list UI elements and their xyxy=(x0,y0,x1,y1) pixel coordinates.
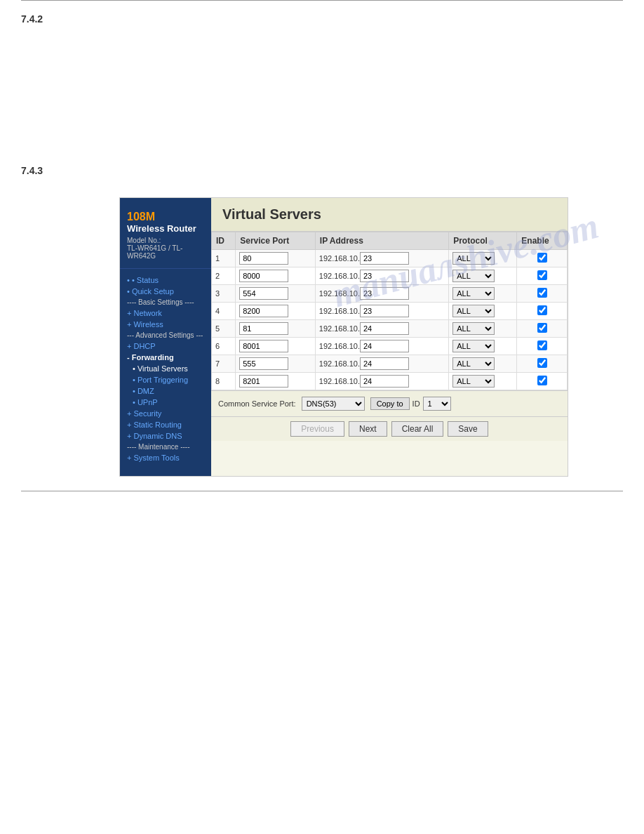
protocol-select-1[interactable]: ALLTCPUDP xyxy=(452,252,495,265)
protocol-select-7[interactable]: ALLTCPUDP xyxy=(452,357,495,370)
row-id-7: 7 xyxy=(212,355,236,373)
ip-prefix-4: 192.168.10. xyxy=(319,307,360,315)
next-button[interactable]: Next xyxy=(349,421,387,437)
service-port-input-2[interactable] xyxy=(239,270,288,282)
id-label: ID xyxy=(412,399,420,408)
service-port-input-5[interactable] xyxy=(239,322,288,335)
sidebar-item-forwarding[interactable]: - Forwarding xyxy=(120,352,211,363)
save-button[interactable]: Save xyxy=(448,421,488,437)
col-header-ip-address: IP Address xyxy=(315,232,448,250)
col-header-enable: Enable xyxy=(517,232,568,250)
main-title: Virtual Servers xyxy=(211,198,568,232)
copy-to-button[interactable]: Copy to xyxy=(370,397,410,410)
sidebar-item-quicksetup[interactable]: • Quick Setup xyxy=(120,286,211,297)
enable-checkbox-1[interactable] xyxy=(537,253,547,263)
row-protocol-5: ALLTCPUDP xyxy=(449,320,517,338)
col-header-service-port: Service Port xyxy=(236,232,316,250)
section-743: 7.4.3 manuалshive.com 108M Wireless Rout… xyxy=(0,25,644,477)
protocol-select-3[interactable]: ALLTCPUDP xyxy=(452,287,495,300)
row-protocol-7: ALLTCPUDP xyxy=(449,355,517,373)
ip-suffix-input-2[interactable] xyxy=(360,270,409,282)
enable-checkbox-6[interactable] xyxy=(537,340,547,350)
enable-checkbox-7[interactable] xyxy=(537,358,547,368)
sidebar-item-dynamic-dns[interactable]: + Dynamic DNS xyxy=(120,430,211,442)
ip-suffix-input-1[interactable] xyxy=(360,252,409,265)
table-row: 5192.168.10.ALLTCPUDP xyxy=(212,320,568,338)
id-select[interactable]: 1 2 3 4 5 6 7 8 xyxy=(423,397,451,411)
service-port-input-3[interactable] xyxy=(239,287,288,300)
enable-checkbox-5[interactable] xyxy=(537,323,547,333)
row-service-port-2 xyxy=(236,267,316,285)
virtual-servers-table: ID Service Port IP Address Protocol Enab… xyxy=(211,232,568,390)
service-port-input-7[interactable] xyxy=(239,357,288,370)
row-ip-3: 192.168.10. xyxy=(315,285,448,303)
row-enable-6 xyxy=(517,338,568,355)
service-port-input-1[interactable] xyxy=(239,252,288,265)
common-service-select[interactable]: DNS(53) HTTP(80) FTP(21) SMTP(25) POP3(1… xyxy=(302,397,365,411)
row-protocol-6: ALLTCPUDP xyxy=(449,338,517,355)
row-service-port-6 xyxy=(236,338,316,355)
logo-108m: 108M xyxy=(127,211,204,223)
row-service-port-3 xyxy=(236,285,316,303)
sidebar-item-static-routing[interactable]: + Static Routing xyxy=(120,419,211,430)
row-id-1: 1 xyxy=(212,250,236,267)
sidebar-item-dhcp[interactable]: + DHCP xyxy=(120,340,211,352)
protocol-select-2[interactable]: ALLTCPUDP xyxy=(452,270,495,282)
row-id-2: 2 xyxy=(212,267,236,285)
sidebar-item-security[interactable]: + Security xyxy=(120,408,211,419)
row-enable-1 xyxy=(517,250,568,267)
row-enable-4 xyxy=(517,303,568,320)
row-ip-6: 192.168.10. xyxy=(315,338,448,355)
sidebar-item-dmz[interactable]: • DMZ xyxy=(120,385,211,397)
enable-checkbox-3[interactable] xyxy=(537,288,547,298)
row-enable-5 xyxy=(517,320,568,338)
section-743-label: 7.4.3 xyxy=(21,165,43,176)
service-port-input-4[interactable] xyxy=(239,305,288,317)
enable-checkbox-4[interactable] xyxy=(537,305,547,315)
service-port-input-6[interactable] xyxy=(239,340,288,352)
service-port-input-8[interactable] xyxy=(239,375,288,388)
sidebar-item-system-tools[interactable]: + System Tools xyxy=(120,452,211,463)
row-id-4: 4 xyxy=(212,303,236,320)
clear-all-button[interactable]: Clear All xyxy=(391,421,444,437)
sidebar-item-network[interactable]: + Network xyxy=(120,307,211,319)
row-service-port-1 xyxy=(236,250,316,267)
action-buttons: Previous Next Clear All Save xyxy=(211,416,568,441)
enable-checkbox-8[interactable] xyxy=(537,376,547,385)
table-row: 2192.168.10.ALLTCPUDP xyxy=(212,267,568,285)
protocol-select-4[interactable]: ALLTCPUDP xyxy=(452,305,495,317)
protocol-select-5[interactable]: ALLTCPUDP xyxy=(452,322,495,335)
row-ip-4: 192.168.10. xyxy=(315,303,448,320)
sidebar-item-port-triggering[interactable]: • Port Triggering xyxy=(120,374,211,385)
table-row: 6192.168.10.ALLTCPUDP xyxy=(212,338,568,355)
sidebar-item-status[interactable]: • • Status xyxy=(120,274,211,286)
sidebar-item-upnp[interactable]: • UPnP xyxy=(120,397,211,408)
row-protocol-1: ALLTCPUDP xyxy=(449,250,517,267)
table-row: 7192.168.10.ALLTCPUDP xyxy=(212,355,568,373)
sidebar-item-wireless[interactable]: + Wireless xyxy=(120,319,211,330)
row-service-port-8 xyxy=(236,373,316,390)
row-id-3: 3 xyxy=(212,285,236,303)
ip-prefix-8: 192.168.10. xyxy=(319,377,360,385)
ip-prefix-6: 192.168.10. xyxy=(319,342,360,350)
ip-suffix-input-4[interactable] xyxy=(360,305,409,317)
ip-prefix-3: 192.168.10. xyxy=(319,289,360,298)
row-protocol-8: ALLTCPUDP xyxy=(449,373,517,390)
bottom-divider xyxy=(21,491,623,491)
ip-suffix-input-6[interactable] xyxy=(360,340,409,352)
ip-suffix-input-7[interactable] xyxy=(360,357,409,370)
row-enable-8 xyxy=(517,373,568,390)
ip-suffix-input-8[interactable] xyxy=(360,375,409,388)
protocol-select-6[interactable]: ALLTCPUDP xyxy=(452,340,495,352)
row-ip-8: 192.168.10. xyxy=(315,373,448,390)
col-header-protocol: Protocol xyxy=(449,232,517,250)
row-enable-3 xyxy=(517,285,568,303)
previous-button[interactable]: Previous xyxy=(290,421,344,437)
enable-checkbox-2[interactable] xyxy=(537,270,547,280)
ip-suffix-input-3[interactable] xyxy=(360,287,409,300)
ip-suffix-input-5[interactable] xyxy=(360,322,409,335)
protocol-select-8[interactable]: ALLTCPUDP xyxy=(452,375,495,388)
row-service-port-4 xyxy=(236,303,316,320)
sidebar-item-virtual-servers[interactable]: • Virtual Servers xyxy=(120,363,211,374)
main-content: Virtual Servers ID Service Port IP Addre… xyxy=(211,198,568,476)
